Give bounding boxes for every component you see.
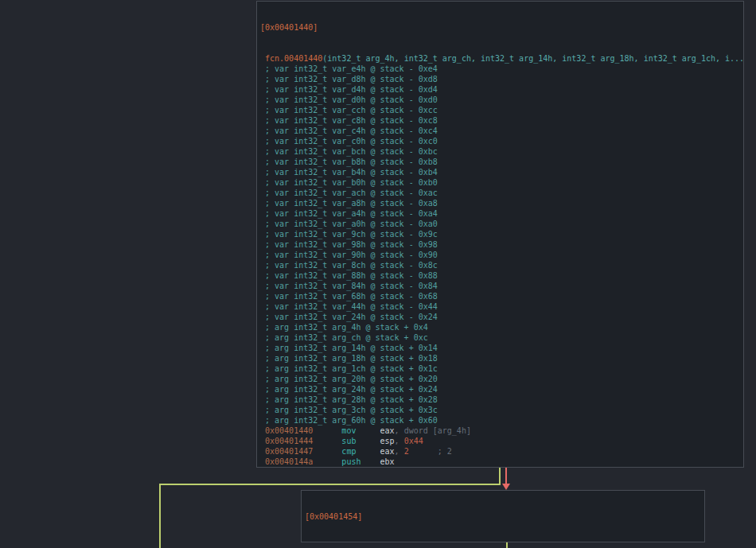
asm-comment-line: ; var int32_t var_a0h @ stack - 0xa0: [257, 219, 743, 229]
asm-token-cmt: ; var int32_t var_68h @ stack - 0x68: [260, 292, 438, 301]
asm-comment-line: ; var int32_t var_a8h @ stack - 0xa8: [257, 198, 743, 208]
asm-token-cmt: ; arg int32_t arg_20h @ stack + 0x20: [260, 375, 438, 383]
asm-comment-line: ; var int32_t var_9ch @ stack - 0x9c: [257, 229, 743, 239]
asm-token-addr: 0x00401440: [260, 426, 313, 435]
asm-token-gray: ,: [395, 447, 404, 456]
asm-token-cmt: ; var int32_t var_88h @ stack - 0x88: [260, 271, 438, 280]
asm-comment-line: ; var int32_t var_c0h @ stack - 0xc0: [257, 136, 743, 146]
asm-comment-line: ; var int32_t var_ach @ stack - 0xac: [257, 188, 743, 198]
asm-comment-line: ; var int32_t var_24h @ stack - 0x24: [257, 312, 743, 322]
asm-comment-line: ; var int32_t var_a4h @ stack - 0xa4: [257, 208, 743, 219]
asm-comment-line: ; var int32_t var_d4h @ stack - 0xd4: [257, 84, 743, 95]
asm-token-reg: eax: [380, 447, 395, 456]
asm-token-cmt: ; arg int32_t arg_1ch @ stack + 0x1c: [260, 364, 438, 373]
asm-token-mnem: sub: [341, 437, 356, 445]
asm-token-cmt: ; var int32_t var_d4h @ stack - 0xd4: [260, 85, 438, 94]
asm-token-addr: 0x00401447: [260, 447, 313, 456]
edge-jne-true-branch: [159, 484, 501, 485]
asm-comment-line: ; var int32_t var_b4h @ stack - 0xb4: [257, 167, 743, 177]
asm-token-reg: ebx: [380, 457, 395, 466]
asm-token-gray: [356, 437, 380, 445]
asm-token-gray: ; 2: [409, 447, 452, 456]
asm-comment-line: ; var int32_t var_bch @ stack - 0xbc: [257, 146, 743, 157]
block-code: fcn.00401440(int32_t arg_4h, int32_t arg…: [257, 53, 743, 468]
asm-token-cmt: ; var int32_t var_84h @ stack - 0x84: [260, 282, 438, 290]
asm-token-cmt: ; var int32_t var_c8h @ stack - 0xc8: [260, 116, 438, 125]
asm-comment-line: ; arg int32_t arg_14h @ stack + 0x14: [257, 343, 743, 353]
edge-jne-true-branch: [499, 468, 501, 485]
asm-token-cmt: ; arg int32_t arg_3ch @ stack + 0x3c: [260, 406, 438, 414]
asm-token-gray: [356, 447, 380, 456]
asm-comment-line: ; var int32_t var_b0h @ stack - 0xb0: [257, 177, 743, 188]
asm-token-cmt: ; var int32_t var_a8h @ stack - 0xa8: [260, 199, 438, 208]
block-0x00401440[interactable]: [0x00401440] fcn.00401440(int32_t arg_4h…: [256, 1, 744, 468]
asm-comment-line: ; arg int32_t arg_ch @ stack + 0xc: [257, 332, 743, 343]
asm-token-gray: [313, 447, 341, 456]
asm-instruction-line[interactable]: 0x0040144b push ebp: [257, 467, 743, 468]
asm-token-cmt: ; var int32_t var_d0h @ stack - 0xd0: [260, 95, 438, 104]
asm-token-cmt: ; arg int32_t arg_28h @ stack + 0x28: [260, 395, 438, 404]
edge-fallthrough-to-0x00401454-arrowhead-icon: [502, 484, 510, 490]
block-header: [0x00401440]: [257, 22, 743, 33]
asm-token-cmt: ; var int32_t var_b8h @ stack - 0xb8: [260, 157, 438, 166]
asm-token-mnem: cmp: [341, 447, 356, 456]
edge-out-of-0x00401454: [506, 542, 508, 548]
block-header: [0x00401454]: [302, 511, 704, 522]
asm-token-cmt: ; arg int32_t arg_14h @ stack + 0x14: [260, 344, 438, 352]
asm-token-cmt: ; arg int32_t arg_ch @ stack + 0xc: [260, 333, 428, 342]
asm-token-fname: fcn.00401440: [260, 54, 322, 63]
asm-comment-line: ; arg int32_t arg_18h @ stack + 0x18: [257, 353, 743, 363]
asm-token-cmt: ; var int32_t var_a4h @ stack - 0xa4: [260, 209, 438, 218]
asm-comment-line: ; arg int32_t arg_60h @ stack + 0x60: [257, 415, 743, 426]
asm-token-cmt: ; var int32_t var_cch @ stack - 0xcc: [260, 106, 438, 115]
asm-token-gray: [313, 437, 341, 445]
asm-comment-line: ; var int32_t var_84h @ stack - 0x84: [257, 281, 743, 291]
asm-token-num: 0x44: [404, 437, 423, 445]
asm-token-gray: [360, 457, 380, 466]
asm-comment-line: ; var int32_t var_c8h @ stack - 0xc8: [257, 115, 743, 126]
asm-comment-line: ; arg int32_t arg_24h @ stack + 0x24: [257, 384, 743, 394]
asm-comment-line: ; var int32_t var_d0h @ stack - 0xd0: [257, 95, 743, 105]
asm-comment-line: ; var int32_t var_68h @ stack - 0x68: [257, 291, 743, 301]
edge-fallthrough-to-0x00401454: [505, 468, 507, 484]
edge-jne-true-branch: [159, 484, 161, 548]
asm-comment-line: ; arg int32_t arg_28h @ stack + 0x28: [257, 394, 743, 405]
asm-token-mnem: push: [341, 457, 360, 466]
asm-token-gray: [313, 426, 341, 435]
asm-instruction-line[interactable]: 0x00401447 cmp eax, 2 ; 2: [257, 446, 743, 457]
asm-token-cmt: ; var int32_t var_9ch @ stack - 0x9c: [260, 230, 438, 239]
asm-token-addr: 0x00401444: [260, 437, 313, 445]
asm-comment-line: ; var int32_t var_d8h @ stack - 0xd8: [257, 74, 743, 84]
asm-instruction-line[interactable]: 0x0040144a push ebx: [257, 457, 743, 467]
disassembly-graph-canvas[interactable]: [0x00401440] fcn.00401440(int32_t arg_4h…: [0, 0, 756, 548]
asm-token-cmt: ; var int32_t var_98h @ stack - 0x98: [260, 240, 438, 249]
asm-instruction-line[interactable]: 0x00401440 mov eax, dword [arg_4h]: [257, 426, 743, 436]
asm-token-gray: [313, 457, 341, 466]
asm-token-cmt: ; var int32_t var_ach @ stack - 0xac: [260, 188, 438, 197]
asm-token-cmt: ; var int32_t var_e4h @ stack - 0xe4: [260, 64, 438, 73]
asm-token-args: (int32_t arg_4h, int32_t arg_ch, int32_t…: [322, 54, 744, 63]
asm-comment-line: ; arg int32_t arg_1ch @ stack + 0x1c: [257, 363, 743, 374]
asm-token-cmt: ; var int32_t var_24h @ stack - 0x24: [260, 313, 438, 321]
asm-comment-line: ; var int32_t var_c4h @ stack - 0xc4: [257, 126, 743, 136]
asm-comment-line: ; var int32_t var_44h @ stack - 0x44: [257, 301, 743, 312]
asm-token-gray: [356, 426, 380, 435]
asm-comment-line: ; var int32_t var_98h @ stack - 0x98: [257, 239, 743, 250]
asm-token-cmt: ; arg int32_t arg_18h @ stack + 0x18: [260, 354, 438, 363]
asm-token-gray: , dword [arg_4h]: [395, 426, 471, 435]
asm-token-cmt: ; var int32_t var_44h @ stack - 0x44: [260, 302, 438, 311]
asm-comment-line: ; var int32_t var_b8h @ stack - 0xb8: [257, 157, 743, 167]
asm-token-cmt: ; var int32_t var_bch @ stack - 0xbc: [260, 147, 438, 156]
asm-token-addr: 0x0040144a: [260, 457, 313, 466]
asm-comment-line: ; var int32_t var_cch @ stack - 0xcc: [257, 105, 743, 115]
block-0x00401454[interactable]: [0x00401454] 0x00401454 mov eax, dword […: [301, 490, 705, 542]
asm-token-cmt: ; var int32_t var_8ch @ stack - 0x8c: [260, 261, 438, 270]
asm-instruction-line[interactable]: 0x00401444 sub esp, 0x44: [257, 436, 743, 446]
asm-token-mnem: mov: [341, 426, 356, 435]
asm-comment-line: ; var int32_t var_8ch @ stack - 0x8c: [257, 260, 743, 270]
asm-comment-line: ; arg int32_t arg_4h @ stack + 0x4: [257, 322, 743, 332]
asm-token-reg: esp: [380, 437, 395, 445]
asm-token-cmt: ; var int32_t var_90h @ stack - 0x90: [260, 251, 438, 259]
asm-token-cmt: ; arg int32_t arg_24h @ stack + 0x24: [260, 385, 438, 394]
asm-token-reg: eax: [380, 426, 395, 435]
